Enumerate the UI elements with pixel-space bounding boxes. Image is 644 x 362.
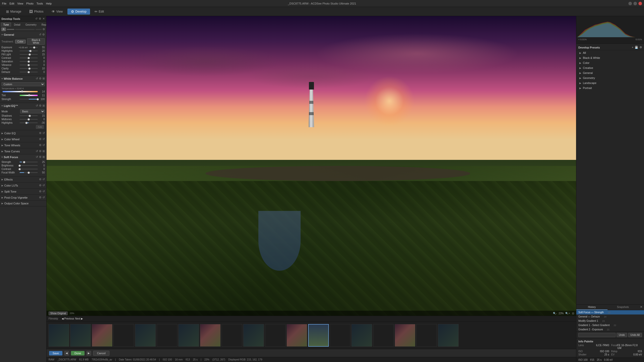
preset-geometry[interactable]: ▶ Geometry xyxy=(576,75,644,80)
filmstrip-item-14[interactable] xyxy=(330,324,350,347)
fit-icon[interactable]: ⊡ xyxy=(572,312,574,315)
dehaze-track[interactable] xyxy=(20,72,38,72)
presets-settings-icon[interactable]: ⚙ xyxy=(639,46,642,49)
section-wb-header[interactable]: ▾ White Balance ↺ ⚙ ⊞ xyxy=(0,76,46,81)
history-item-2[interactable]: General — Dehaze 24 xyxy=(576,314,644,319)
auto-button[interactable]: Auto xyxy=(36,125,44,129)
temperature-thumb[interactable] xyxy=(21,90,23,93)
sf-contrast-thumb[interactable] xyxy=(19,168,21,170)
leq-reset-icon[interactable]: ↺ xyxy=(36,104,38,107)
menu-tools[interactable]: Tools xyxy=(36,2,43,5)
split-tone-reset-icon[interactable]: ↺ xyxy=(43,190,45,193)
undo-all-button[interactable]: Undo All xyxy=(628,333,642,337)
section-output-color[interactable]: ▶ Output Color Space xyxy=(0,201,46,206)
tab-view[interactable]: 👁 View xyxy=(48,9,66,15)
zoom-out-icon[interactable]: 🔍- xyxy=(553,312,557,315)
sub-tab-detail[interactable]: Detail xyxy=(12,23,23,27)
sf-strength-thumb[interactable] xyxy=(23,161,25,163)
undo-button[interactable]: Undo xyxy=(617,333,627,337)
treatment-bw-btn[interactable]: Black & White xyxy=(27,38,45,45)
prev-btn[interactable]: ◀ Previous xyxy=(62,317,74,320)
history-search-input[interactable] xyxy=(578,333,616,337)
history-tab-snapshots[interactable]: Snapshots xyxy=(608,305,639,310)
fill-light-track[interactable] xyxy=(20,54,38,55)
leq-highlights-track[interactable] xyxy=(20,122,38,123)
history-item-3[interactable]: Modify Gradient 1 23 xyxy=(576,319,644,323)
leq-midtones-track[interactable] xyxy=(20,119,38,120)
sf-brightness-track[interactable] xyxy=(20,165,38,166)
highlights-thumb[interactable] xyxy=(29,50,31,52)
general-reset-icon[interactable]: ↺ xyxy=(39,33,41,36)
tab-edit[interactable]: ✏ Edit xyxy=(91,9,108,15)
history-item-5[interactable]: Gradient 2 - Exposure 21 xyxy=(576,327,644,332)
clarity-track[interactable] xyxy=(20,68,38,69)
leq-midtones-thumb[interactable] xyxy=(28,118,30,120)
filmstrip-item-10[interactable] xyxy=(243,324,264,347)
section-color-wheel[interactable]: ▶ Color Wheel ⚙ ↺ xyxy=(0,136,46,142)
filmstrip-item-6[interactable] xyxy=(157,324,177,347)
close-btn[interactable] xyxy=(638,2,642,5)
vibrance-thumb[interactable] xyxy=(28,64,30,66)
temperature-track[interactable] xyxy=(3,91,38,92)
section-color-luts[interactable]: ▶ Color LUTs ⚙ ↺ xyxy=(0,183,46,189)
wb-strength-track[interactable] xyxy=(20,99,38,100)
filmstrip-item-12[interactable] xyxy=(287,324,307,347)
sf-focal-width-track[interactable] xyxy=(20,172,38,173)
exposure-track[interactable] xyxy=(29,47,38,48)
filmstrip-item-7[interactable] xyxy=(178,324,199,347)
leq-expand-icon[interactable]: ⊞ xyxy=(43,104,45,107)
contrast-track[interactable] xyxy=(20,58,38,58)
tint-thumb[interactable] xyxy=(28,94,30,96)
next-btn[interactable]: Next ▶ xyxy=(75,317,83,320)
split-tone-gear-icon[interactable]: ⚙ xyxy=(39,190,42,193)
preset-creative[interactable]: ▶ Creative xyxy=(576,65,644,70)
filmstrip-item-selected[interactable] xyxy=(308,324,329,347)
preset-bw[interactable]: ▶ Black & White xyxy=(576,55,644,60)
clarity-thumb[interactable] xyxy=(28,68,30,70)
history-item-1[interactable]: Soft Focus — Strength 25 xyxy=(576,310,644,314)
filmstrip-item-8[interactable] xyxy=(200,324,221,347)
leq-shadows-track[interactable] xyxy=(20,115,38,116)
sf-expand-icon[interactable]: ⊞ xyxy=(43,155,45,159)
preset-color[interactable]: ▶ Color xyxy=(576,60,644,65)
next-image-btn[interactable]: ▶ xyxy=(87,351,91,355)
close-icon[interactable]: ✕ xyxy=(43,17,45,20)
show-original-btn[interactable]: Show Original xyxy=(49,311,68,315)
fill-light-thumb[interactable] xyxy=(29,54,31,56)
sf-strength-track[interactable] xyxy=(20,162,38,162)
contrast-thumb[interactable] xyxy=(28,57,30,59)
color-eq-gear-icon[interactable]: ⚙ xyxy=(39,131,42,135)
saturation-track[interactable] xyxy=(20,61,38,62)
tab-manage[interactable]: ⊞ Manage xyxy=(3,9,25,15)
profile-btn-a[interactable]: A xyxy=(1,27,6,31)
sf-contrast-track[interactable] xyxy=(20,169,38,169)
maximize-btn[interactable] xyxy=(633,2,637,5)
filmstrip-item-1[interactable] xyxy=(49,324,69,347)
minimize-btn[interactable] xyxy=(628,2,632,5)
filmstrip-item-3[interactable] xyxy=(92,324,112,347)
color-luts-gear-icon[interactable]: ⚙ xyxy=(39,184,42,187)
wb-gear-icon[interactable]: ⚙ xyxy=(39,77,42,80)
history-close-btn[interactable]: ✕ xyxy=(638,305,644,310)
vibrance-track[interactable] xyxy=(20,65,38,65)
section-general-header[interactable]: ▾ General ↺ ⚙ xyxy=(0,32,46,37)
sf-gear-icon[interactable]: ⚙ xyxy=(39,155,42,159)
color-eq-reset-icon[interactable]: ↺ xyxy=(43,131,45,135)
presets-save-icon[interactable]: 💾 xyxy=(635,46,638,49)
leq-highlights-thumb[interactable] xyxy=(25,122,27,124)
filmstrip-item-9[interactable] xyxy=(222,324,242,347)
menu-photo[interactable]: Photo xyxy=(26,2,33,5)
filmstrip-item-18[interactable] xyxy=(416,324,437,347)
filmstrip-item-5[interactable] xyxy=(135,324,156,347)
section-sf-header[interactable]: ▾ Soft Focus ↺ ⚙ ⊞ xyxy=(0,154,46,160)
menu-help[interactable]: Help xyxy=(46,2,52,5)
reset-icon[interactable]: ↺ xyxy=(35,17,37,20)
wb-strength-thumb[interactable] xyxy=(37,98,39,100)
menu-file[interactable]: File xyxy=(2,2,7,5)
post-crop-reset-icon[interactable]: ↺ xyxy=(43,196,45,199)
sub-tab-repair[interactable]: Repair xyxy=(39,23,47,27)
sf-reset-icon[interactable]: ↺ xyxy=(36,155,38,159)
dehaze-thumb[interactable] xyxy=(28,71,30,73)
done-button[interactable]: Done xyxy=(71,351,85,355)
tone-curves-gear-icon[interactable]: ⚙ xyxy=(39,150,42,153)
